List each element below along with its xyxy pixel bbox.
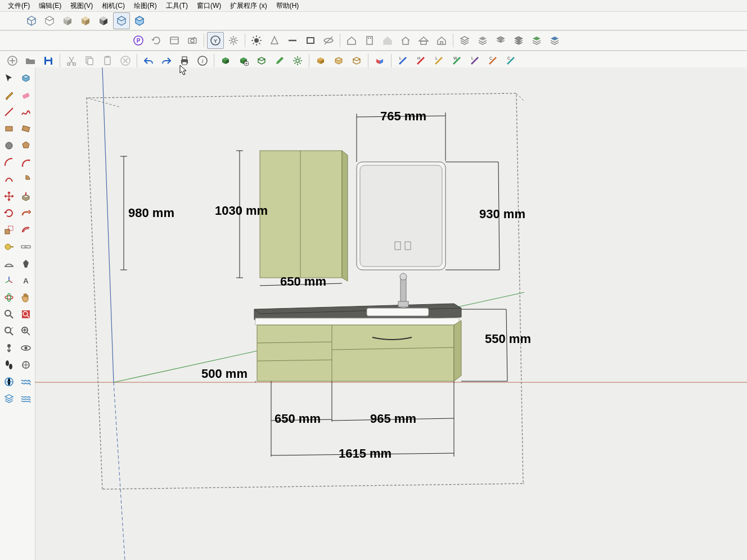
component-tool-icon[interactable] (18, 70, 34, 86)
house-1-icon[interactable] (343, 32, 360, 49)
box-2-icon[interactable] (330, 52, 347, 69)
pen-3-icon[interactable]: L (430, 52, 447, 69)
building-icon[interactable] (361, 32, 378, 49)
cut-icon[interactable] (63, 52, 80, 69)
clock-y-icon[interactable]: Y (207, 32, 224, 49)
rotate-tool-icon[interactable] (1, 205, 17, 221)
3dtext-tool-icon[interactable]: A (18, 273, 34, 288)
pen-6-icon[interactable]: C (484, 52, 501, 69)
menu-draw[interactable]: 绘图(R) (129, 1, 161, 11)
followme-tool-icon[interactable] (18, 205, 34, 221)
rect-icon[interactable] (302, 32, 319, 49)
zoom-tool-icon[interactable] (1, 306, 17, 322)
scale-tool-icon[interactable] (1, 222, 17, 238)
style-hidden-line-icon[interactable] (41, 12, 58, 29)
style-shaded-icon[interactable] (59, 12, 76, 29)
previous-view-tool-icon[interactable] (18, 323, 34, 339)
frame-icon[interactable] (166, 32, 183, 49)
menu-view[interactable]: 视图(V) (66, 1, 97, 11)
zoom-extents-tool-icon[interactable] (1, 323, 17, 339)
house-4-icon[interactable] (415, 32, 432, 49)
refresh-icon[interactable] (148, 32, 165, 49)
cube-color-icon[interactable] (371, 52, 388, 69)
comp-1-icon[interactable] (217, 52, 234, 69)
eraser-tool-icon[interactable] (18, 87, 34, 103)
line-icon[interactable] (284, 32, 301, 49)
waves2-tool-icon[interactable] (18, 391, 34, 407)
menu-edit[interactable]: 编辑(E) (34, 1, 66, 11)
comp-3-icon[interactable] (253, 52, 270, 69)
layers-3-icon[interactable] (492, 32, 509, 49)
polygon-tool-icon[interactable] (18, 138, 34, 153)
eye-off-icon[interactable] (320, 32, 337, 49)
layers-1-icon[interactable] (456, 32, 473, 49)
sun-icon[interactable] (248, 32, 265, 49)
box-3-icon[interactable] (348, 52, 365, 69)
menu-camera[interactable]: 相机(C) (97, 1, 129, 11)
layers-6-icon[interactable] (546, 32, 563, 49)
redo-icon[interactable] (158, 52, 175, 69)
zoom-window-tool-icon[interactable] (18, 306, 34, 322)
text-tool-icon[interactable] (18, 256, 34, 272)
pen-4-icon[interactable]: W (448, 52, 465, 69)
rectangle-tool-icon[interactable] (1, 121, 17, 137)
layers-2-icon[interactable] (474, 32, 491, 49)
orbit-tool-icon[interactable] (1, 290, 17, 305)
undo-icon[interactable] (140, 52, 157, 69)
menu-tools[interactable]: 工具(T) (161, 1, 192, 11)
box-1-icon[interactable] (312, 52, 329, 69)
paste-icon[interactable] (99, 52, 116, 69)
pen-7-icon[interactable]: C (502, 52, 519, 69)
menu-window[interactable]: 窗口(W) (192, 1, 226, 11)
plugin-p-icon[interactable]: P (130, 32, 147, 49)
viewport-3d[interactable]: 980 mm 1030 mm 650 mm 765 mm 930 mm 500 … (35, 67, 747, 560)
copy-icon[interactable] (81, 52, 98, 69)
gear2-icon[interactable] (289, 52, 306, 69)
menu-ext[interactable]: 扩展程序 (x) (226, 1, 271, 11)
axes-tool-icon[interactable] (1, 273, 17, 288)
style-xray-icon[interactable] (113, 12, 130, 29)
waves-tool-icon[interactable] (18, 374, 34, 390)
walk-tool-icon[interactable] (1, 357, 17, 373)
pen-2-icon[interactable]: H (412, 52, 429, 69)
gear-icon[interactable] (225, 32, 242, 49)
position-camera-tool-icon[interactable] (1, 340, 17, 356)
pen-1-icon[interactable]: L (394, 52, 411, 69)
rotated-rect-tool-icon[interactable] (18, 121, 34, 137)
sandbox-tool-icon[interactable] (1, 374, 17, 390)
arc2-tool-icon[interactable] (18, 155, 34, 170)
freehand-tool-icon[interactable] (18, 104, 34, 120)
protractor-tool-icon[interactable] (1, 256, 17, 272)
select-tool-icon[interactable] (1, 70, 17, 86)
line-tool-icon[interactable] (1, 104, 17, 120)
brush-icon[interactable] (271, 52, 288, 69)
pushpull-tool-icon[interactable] (18, 188, 34, 204)
menu-file[interactable]: 文件(F) (3, 1, 34, 11)
pen-5-icon[interactable]: L (466, 52, 483, 69)
cone-icon[interactable] (266, 32, 283, 49)
house-2-icon[interactable] (379, 32, 396, 49)
menu-help[interactable]: 帮助(H) (272, 1, 304, 11)
arc-tool-icon[interactable] (1, 155, 17, 170)
layers-tool-icon[interactable] (1, 391, 17, 407)
style-back-edges-icon[interactable] (131, 12, 148, 29)
dimension-tool-icon[interactable]: A1 (18, 239, 34, 255)
look-around-tool-icon[interactable] (18, 340, 34, 356)
move-tool-icon[interactable] (1, 188, 17, 204)
paint-tool-icon[interactable] (1, 87, 17, 103)
tape-tool-icon[interactable] (1, 239, 17, 255)
camera-icon[interactable] (184, 32, 201, 49)
circle-tool-icon[interactable] (1, 138, 17, 153)
pan-tool-icon[interactable] (18, 290, 34, 305)
new-icon[interactable] (4, 52, 21, 69)
section-tool-icon[interactable] (18, 357, 34, 373)
save-icon[interactable] (40, 52, 57, 69)
arc3-tool-icon[interactable] (1, 171, 17, 187)
layers-5-icon[interactable] (528, 32, 545, 49)
style-wireframe-icon[interactable] (23, 12, 40, 29)
house-5-icon[interactable] (433, 32, 450, 49)
style-mono-icon[interactable] (95, 12, 112, 29)
comp-2-icon[interactable] (235, 52, 252, 69)
delete-icon[interactable] (117, 52, 134, 69)
offset-tool-icon[interactable] (18, 222, 34, 238)
